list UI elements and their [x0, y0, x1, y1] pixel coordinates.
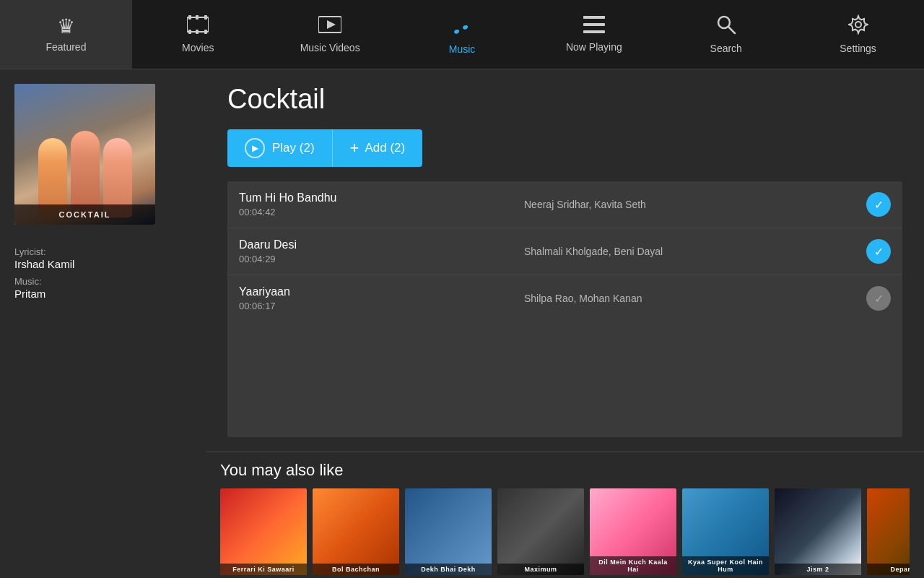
- track-artists: Neeraj Sridhar, Kavita Seth: [524, 199, 866, 210]
- nav-movies-label: Movies: [182, 42, 214, 53]
- track-artists: Shilpa Rao, Mohan Kanan: [524, 293, 866, 304]
- svg-point-15: [855, 22, 861, 27]
- track-check-icon[interactable]: ✓: [866, 239, 891, 264]
- add-icon: +: [350, 139, 359, 158]
- track-artists: Shalmali Kholgade, Beni Dayal: [524, 246, 866, 257]
- poster-label: Dil Mein Kuch Kaala Hai: [590, 556, 676, 575]
- top-nav: ♛ Featured Movies Music Videos: [0, 0, 924, 69]
- poster-label: Kyaa Super Kool Hain Hum: [682, 556, 769, 575]
- track-name: Yaariyaan: [239, 285, 524, 298]
- album-metadata: Lyricist: Irshad Kamil Music: Pritam: [14, 241, 191, 300]
- track-duration: 00:04:42: [239, 207, 524, 217]
- movies-icon: [187, 15, 209, 38]
- svg-rect-1: [188, 15, 191, 20]
- poster-label: Department: [867, 564, 910, 575]
- track-duration: 00:06:17: [239, 301, 524, 311]
- svg-line-14: [728, 27, 735, 33]
- recommendations-title: You may also like: [220, 461, 910, 480]
- poster-label: Jism 2: [775, 564, 861, 575]
- track-check-icon[interactable]: ✓: [866, 286, 891, 311]
- play-label: Play (2): [272, 141, 315, 155]
- nav-search[interactable]: Search: [660, 0, 792, 69]
- track-info: Yaariyaan 00:06:17: [239, 285, 524, 311]
- main-content: COCKTAIL Lyricist: Irshad Kamil Music: P…: [0, 69, 924, 578]
- settings-icon: [848, 14, 868, 38]
- svg-rect-6: [204, 30, 207, 34]
- recommendation-item[interactable]: Ferrari Ki Sawaari: [220, 488, 307, 575]
- music-videos-icon: [318, 15, 341, 38]
- svg-marker-8: [327, 20, 336, 29]
- album-art: COCKTAIL: [14, 84, 155, 225]
- play-button[interactable]: ▶ Play (2): [227, 129, 332, 167]
- recommendation-item[interactable]: Bol Bachchan: [313, 488, 399, 575]
- track-row[interactable]: Yaariyaan 00:06:17 Shilpa Rao, Mohan Kan…: [227, 275, 902, 322]
- recommendations-section: You may also like Ferrari Ki SawaariBol …: [206, 452, 924, 578]
- nav-music-videos[interactable]: Music Videos: [264, 0, 396, 69]
- lyricist-value: Irshad Kamil: [14, 258, 191, 270]
- poster-label: Ferrari Ki Sawaari: [220, 564, 307, 575]
- sidebar: COCKTAIL Lyricist: Irshad Kamil Music: P…: [0, 69, 206, 578]
- track-row[interactable]: Daaru Desi 00:04:29 Shalmali Kholgade, B…: [227, 228, 902, 275]
- nav-settings[interactable]: Settings: [792, 0, 924, 69]
- lyricist-label: Lyricist:: [14, 246, 191, 257]
- svg-rect-3: [204, 15, 207, 20]
- music-icon: [453, 14, 471, 39]
- svg-rect-12: [599, 16, 605, 19]
- recommendation-item[interactable]: Department: [867, 488, 910, 575]
- svg-rect-5: [196, 30, 199, 34]
- track-name: Tum Hi Ho Bandhu: [239, 191, 524, 204]
- music-value: Pritam: [14, 288, 191, 300]
- music-label: Music:: [14, 276, 191, 287]
- nav-now-playing-label: Now Playing: [566, 41, 622, 53]
- recommendations-list: Ferrari Ki SawaariBol BachchanDekh Bhai …: [220, 488, 910, 575]
- track-name: Daaru Desi: [239, 238, 524, 251]
- track-duration: 00:04:29: [239, 254, 524, 264]
- nav-movies[interactable]: Movies: [132, 0, 264, 69]
- nav-now-playing[interactable]: Now Playing: [528, 0, 660, 69]
- track-row[interactable]: Tum Hi Ho Bandhu 00:04:42 Neeraj Sridhar…: [227, 181, 902, 228]
- featured-icon: ♛: [57, 17, 75, 37]
- add-button[interactable]: + Add (2): [332, 129, 423, 167]
- svg-rect-2: [196, 15, 199, 20]
- svg-rect-4: [188, 30, 191, 34]
- track-info: Daaru Desi 00:04:29: [239, 238, 524, 264]
- nav-search-label: Search: [710, 43, 742, 54]
- nav-featured[interactable]: ♛ Featured: [0, 0, 132, 69]
- album-content: Cocktail ▶ Play (2) + Add (2) Tum Hi Ho …: [206, 69, 924, 452]
- add-label: Add (2): [365, 141, 405, 155]
- nav-settings-label: Settings: [840, 43, 876, 54]
- recommendation-item[interactable]: Dekh Bhai Dekh: [405, 488, 492, 575]
- album-title: Cocktail: [227, 84, 902, 115]
- poster-label: Bol Bachchan: [313, 564, 399, 575]
- track-list: Tum Hi Ho Bandhu 00:04:42 Neeraj Sridhar…: [227, 181, 902, 437]
- poster-label: Dekh Bhai Dekh: [405, 564, 492, 575]
- track-check-icon[interactable]: ✓: [866, 192, 891, 217]
- nav-featured-label: Featured: [45, 41, 86, 53]
- poster-label: Maximum: [497, 564, 584, 575]
- action-buttons: ▶ Play (2) + Add (2): [227, 129, 902, 167]
- svg-rect-11: [583, 30, 605, 33]
- nav-music-label: Music: [449, 43, 476, 55]
- nav-music[interactable]: Music: [396, 0, 528, 69]
- now-playing-icon: [583, 16, 605, 37]
- svg-rect-10: [583, 23, 605, 26]
- track-info: Tum Hi Ho Bandhu 00:04:42: [239, 191, 524, 217]
- recommendation-item[interactable]: Maximum: [497, 488, 584, 575]
- search-icon: [716, 14, 736, 38]
- recommendation-item[interactable]: Kyaa Super Kool Hain Hum: [682, 488, 769, 575]
- recommendation-item[interactable]: Jism 2: [775, 488, 861, 575]
- recommendation-item[interactable]: Dil Mein Kuch Kaala Hai: [590, 488, 676, 575]
- play-circle-icon: ▶: [245, 138, 265, 158]
- nav-music-videos-label: Music Videos: [300, 42, 360, 53]
